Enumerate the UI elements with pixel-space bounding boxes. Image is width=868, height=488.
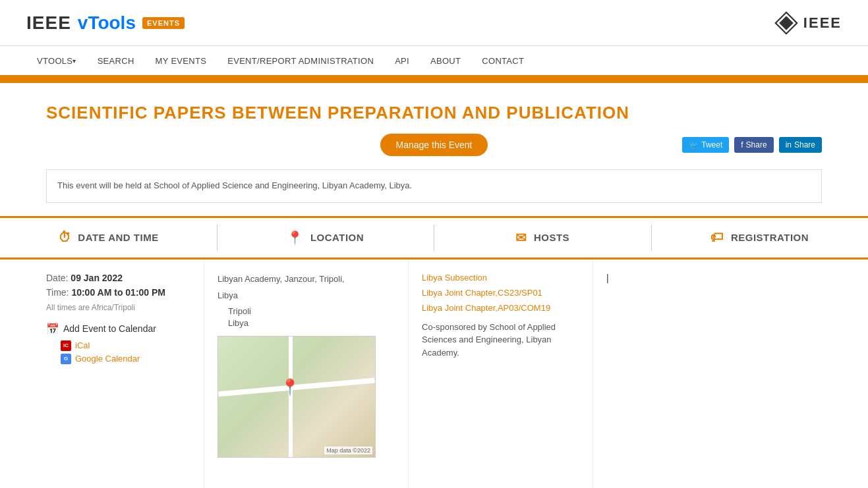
tab-hosts[interactable]: ✉ HOSTS xyxy=(434,218,651,258)
nav-api[interactable]: API xyxy=(384,45,420,76)
tab-date-time[interactable]: ⏱ DATE AND TIME xyxy=(0,218,217,257)
calendar-section: 📅 Add Event to Calendar iC iCal G Google… xyxy=(46,323,190,364)
calendar-header: 📅 Add Event to Calendar xyxy=(46,323,190,335)
timezone-note: All times are Africa/Tripoli xyxy=(46,303,190,312)
ical-label: iCal xyxy=(75,340,90,350)
location-city: Tripoli xyxy=(217,306,395,316)
host-link-2[interactable]: Libya Joint Chapter,CS23/SP01 xyxy=(422,288,579,298)
gcal-label: Google Calendar xyxy=(75,354,140,364)
fb-share-label: Share xyxy=(746,140,767,149)
tab-location[interactable]: 📍 LOCATION xyxy=(217,218,434,258)
header: IEEE vTools EVENTS IEEE xyxy=(0,0,868,46)
tweet-button[interactable]: 🐦 Tweet xyxy=(682,137,729,153)
gcal-link[interactable]: G Google Calendar xyxy=(61,354,190,364)
manage-event-button[interactable]: Manage this Event xyxy=(380,134,488,156)
ieee-diamond-icon xyxy=(774,11,798,35)
nav-search[interactable]: SEARCH xyxy=(87,45,145,76)
page-title: SCIENTIFIC PAPERS BETWEEN PREPARATION AN… xyxy=(46,103,822,123)
map-background xyxy=(218,337,375,457)
manage-row: Manage this Event 🐦 Tweet f Share in Sha… xyxy=(46,134,822,156)
gcal-icon: G xyxy=(61,354,71,364)
share-buttons: 🐦 Tweet f Share in Share xyxy=(682,137,822,153)
col-registration: | xyxy=(593,259,868,488)
ical-link[interactable]: iC iCal xyxy=(61,340,190,351)
map-data-label: Map data ©2022 xyxy=(324,447,372,454)
calendar-links: iC iCal G Google Calendar xyxy=(46,340,190,364)
location-country: Libya xyxy=(217,318,395,328)
registration-divider: | xyxy=(606,273,609,283)
add-calendar-label: Add Event to Calendar xyxy=(63,323,156,334)
in-share-label: Share xyxy=(794,140,815,149)
tweet-label: Tweet xyxy=(701,140,722,149)
event-description-text: This event will be held at School of App… xyxy=(57,180,412,190)
tab-registration-label: REGISTRATION xyxy=(731,232,809,243)
logo-events-badge: EVENTS xyxy=(142,17,185,29)
linkedin-share-button[interactable]: in Share xyxy=(779,137,822,153)
logo-vtools-text: vTools xyxy=(78,13,136,34)
host-sponsor-text: Co-sponsored by School of Applied Scienc… xyxy=(422,321,579,360)
map-pin-icon: 📍 xyxy=(280,378,300,396)
tag-icon: 🏷 xyxy=(710,230,724,245)
date-row: Date: 09 Jan 2022 xyxy=(46,273,190,283)
nav-contact[interactable]: CONTACT xyxy=(471,45,535,76)
col-location: Libyan Academy, Janzour, Tripoli, Libya … xyxy=(204,259,409,488)
nav-about[interactable]: ABOUT xyxy=(420,45,471,76)
clock-icon: ⏱ xyxy=(58,230,72,245)
envelope-icon: ✉ xyxy=(515,230,527,246)
map-inner: 📍 Map data ©2022 xyxy=(218,337,375,457)
nav-vtools[interactable]: VTOOLS xyxy=(26,45,87,76)
ieee-logo: IEEE xyxy=(774,11,842,35)
ical-icon: iC xyxy=(61,340,71,351)
facebook-icon: f xyxy=(741,140,743,149)
location-address-line1: Libyan Academy, Janzour, Tripoli, xyxy=(217,273,395,286)
content-grid: Date: 09 Jan 2022 Time: 10:00 AM to 01:0… xyxy=(0,259,868,488)
main-nav: VTOOLS SEARCH MY EVENTS EVENT/REPORT ADM… xyxy=(0,46,868,78)
facebook-share-button[interactable]: f Share xyxy=(734,137,773,153)
location-icon: 📍 xyxy=(287,230,304,246)
tab-location-label: LOCATION xyxy=(310,232,364,243)
date-label: Date: xyxy=(46,273,68,283)
section-tabs: ⏱ DATE AND TIME 📍 LOCATION ✉ HOSTS 🏷 REG… xyxy=(0,216,868,259)
tab-registration[interactable]: 🏷 REGISTRATION xyxy=(652,218,869,257)
time-row: Time: 10:00 AM to 01:00 PM xyxy=(46,287,190,298)
calendar-icon: 📅 xyxy=(46,323,59,335)
location-address-line2: Libya xyxy=(217,289,395,302)
date-value: 09 Jan 2022 xyxy=(71,273,123,283)
host-link-3[interactable]: Libya Joint Chapter,AP03/COM19 xyxy=(422,303,579,313)
host-link-1[interactable]: Libya Subsection xyxy=(422,273,579,283)
nav-event-admin[interactable]: EVENT/REPORT ADMINISTRATION xyxy=(217,45,384,76)
twitter-icon: 🐦 xyxy=(689,140,699,149)
orange-bar xyxy=(0,78,868,83)
nav-my-events[interactable]: MY EVENTS xyxy=(145,45,217,76)
ieee-text: IEEE xyxy=(803,14,842,32)
tab-hosts-label: HOSTS xyxy=(534,232,569,243)
col-hosts: Libya Subsection Libya Joint Chapter,CS2… xyxy=(409,259,593,488)
map-placeholder: 📍 Map data ©2022 xyxy=(217,336,376,458)
tab-date-time-label: DATE AND TIME xyxy=(78,232,158,243)
event-description-box: This event will be held at School of App… xyxy=(46,169,822,203)
logo-ieee-text: IEEE xyxy=(26,13,71,34)
col-date-time: Date: 09 Jan 2022 Time: 10:00 AM to 01:0… xyxy=(0,259,204,488)
time-label: Time: xyxy=(46,287,69,298)
time-value: 10:00 AM to 01:00 PM xyxy=(71,287,165,298)
linkedin-icon: in xyxy=(786,140,792,149)
map-road-vertical xyxy=(289,337,293,457)
main-content: SCIENTIFIC PAPERS BETWEEN PREPARATION AN… xyxy=(0,83,868,216)
logo-area: IEEE vTools EVENTS xyxy=(26,13,185,34)
